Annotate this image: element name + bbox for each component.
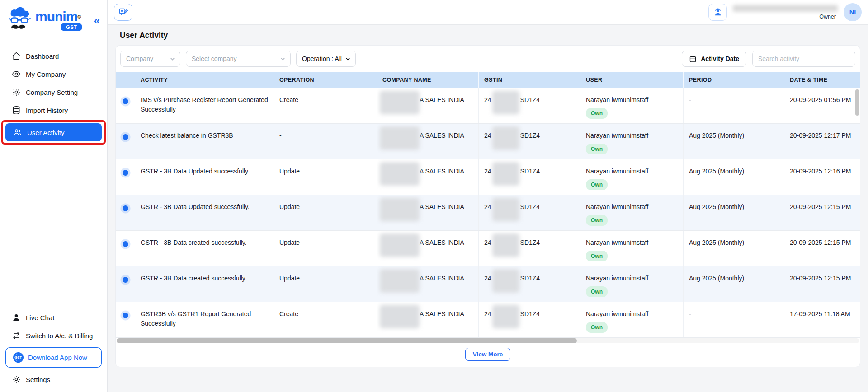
download-app-button[interactable]: GST Download App Now bbox=[5, 347, 102, 368]
app-window: munim® GST « Dashboard My Company Compan… bbox=[0, 0, 868, 392]
sidebar-item-import-history[interactable]: Import History bbox=[0, 101, 107, 119]
annotation-highlight-box: User Activity bbox=[1, 120, 106, 145]
activity-cell: Check latest balance in GSTR3B bbox=[135, 124, 274, 159]
row-dot-cell bbox=[116, 124, 135, 159]
table-body: IMS v/s Purchase Register Report Generat… bbox=[116, 88, 860, 338]
account-name-block: Owner bbox=[733, 5, 838, 20]
gstin-prefix-text: 24 bbox=[484, 167, 491, 176]
user-cell: Narayan iwmunimstaffOwn bbox=[580, 159, 683, 195]
sidebar-item-settings[interactable]: Settings bbox=[0, 370, 107, 388]
row-dot-cell bbox=[116, 231, 135, 266]
activity-cell: GSTR - 3B Data Updated successfully. bbox=[135, 159, 274, 195]
sidebar-item-user-activity[interactable]: User Activity bbox=[5, 123, 102, 141]
brand: munim® GST « bbox=[0, 5, 107, 33]
redacted-gstin-blur bbox=[492, 269, 519, 293]
horizontal-scrollbar-thumb[interactable] bbox=[117, 338, 577, 343]
gstin-suffix-text: SD1Z4 bbox=[520, 167, 540, 176]
datetime-cell: 20-09-2025 12:15 PM bbox=[784, 195, 860, 230]
column-header-activity: ACTIVITY bbox=[135, 72, 274, 88]
activity-cell: GSTR - 3B Data created successfully. bbox=[135, 266, 274, 302]
status-dot-icon bbox=[123, 241, 128, 247]
column-header-company-name: COMPANY NAME bbox=[377, 72, 478, 88]
user-cell: Narayan iwmunimstaffOwn bbox=[580, 266, 683, 302]
operation-cell: Update bbox=[274, 195, 377, 230]
company-cell: A SALES INDIA bbox=[377, 88, 478, 123]
horizontal-scrollbar[interactable] bbox=[117, 338, 859, 343]
company-name-text: A SALES INDIA bbox=[420, 167, 464, 176]
gstin-suffix-text: SD1Z4 bbox=[520, 131, 540, 140]
sidebar-item-label: Live Chat bbox=[26, 314, 54, 322]
user-activity-card: Company Select company Operation : All bbox=[115, 45, 860, 367]
table-row[interactable]: IMS v/s Purchase Register Report Generat… bbox=[116, 88, 860, 124]
gstin-prefix-text: 24 bbox=[484, 274, 491, 283]
operation-cell: Update bbox=[274, 231, 377, 266]
table-row[interactable]: GSTR - 3B Data Updated successfully.Upda… bbox=[116, 195, 860, 231]
sidebar-item-label: Company Setting bbox=[26, 89, 78, 96]
chevron-down-icon bbox=[170, 56, 175, 61]
period-cell: - bbox=[683, 88, 784, 123]
row-dot-cell bbox=[116, 302, 135, 337]
gear-icon bbox=[12, 375, 21, 384]
user-name-text: Narayan iwmunimstaff bbox=[586, 274, 678, 283]
gstin-cell: 24SD1Z4 bbox=[478, 124, 580, 159]
activity-date-label: Activity Date bbox=[701, 55, 739, 62]
row-dot-cell bbox=[116, 266, 135, 302]
operation-cell: Create bbox=[274, 302, 377, 337]
operation-cell: - bbox=[274, 124, 377, 159]
redacted-account-name bbox=[733, 5, 838, 12]
view-more-row: View More bbox=[116, 344, 860, 367]
user-cell: Narayan iwmunimstaffOwn bbox=[580, 88, 683, 123]
company-cell: A SALES INDIA bbox=[377, 159, 478, 195]
gstin-prefix-text: 24 bbox=[484, 238, 491, 247]
view-more-button[interactable]: View More bbox=[465, 348, 511, 361]
chevron-down-icon bbox=[345, 56, 350, 61]
sidebar-item-live-chat[interactable]: Live Chat bbox=[0, 308, 107, 327]
table-row[interactable]: GSTR - 3B Data Updated successfully.Upda… bbox=[116, 159, 860, 195]
database-icon bbox=[12, 106, 21, 115]
activity-date-button[interactable]: Activity Date bbox=[682, 51, 746, 67]
company-type-select[interactable]: Company bbox=[120, 51, 180, 67]
users-icon bbox=[13, 128, 22, 137]
gstin-cell: 24SD1Z4 bbox=[478, 195, 580, 230]
table-header: ACTIVITYOPERATIONCOMPANY NAMEGSTINUSERPE… bbox=[116, 72, 860, 88]
table-row[interactable]: GSTR - 3B Data created successfully.Upda… bbox=[116, 266, 860, 302]
row-dot-cell bbox=[116, 195, 135, 230]
column-header-user: USER bbox=[580, 72, 683, 88]
sidebar-collapse-icon[interactable]: « bbox=[94, 15, 100, 26]
redacted-gstin-blur bbox=[492, 126, 519, 150]
column-header-date-time: DATE & TIME bbox=[784, 72, 860, 88]
content-area: Company Select company Operation : All bbox=[108, 45, 868, 367]
company-cell: A SALES INDIA bbox=[377, 195, 478, 230]
gstin-suffix-text: SD1Z4 bbox=[520, 95, 540, 105]
table-row[interactable]: Check latest balance in GSTR3B-A SALES I… bbox=[116, 124, 860, 159]
gstin-prefix-text: 24 bbox=[484, 95, 491, 105]
support-button[interactable] bbox=[708, 4, 727, 21]
column-header-dot bbox=[116, 72, 135, 88]
search-activity-input[interactable] bbox=[752, 51, 855, 67]
datetime-cell: 20-09-2025 12:15 PM bbox=[784, 266, 860, 302]
user-name-text: Narayan iwmunimstaff bbox=[586, 202, 678, 212]
operation-filter[interactable]: Operation : All bbox=[296, 51, 356, 67]
avatar[interactable]: NI bbox=[844, 3, 862, 21]
ownership-badge: Own bbox=[586, 251, 608, 261]
vertical-scrollbar-thumb[interactable] bbox=[855, 89, 859, 116]
top-bar: Owner NI bbox=[108, 0, 868, 25]
table-row[interactable]: GSTR - 3B Data created successfully.Upda… bbox=[116, 231, 860, 266]
feedback-button[interactable] bbox=[114, 4, 132, 21]
user-cell: Narayan iwmunimstaffOwn bbox=[580, 124, 683, 159]
filter-bar-right: Activity Date bbox=[682, 51, 855, 67]
ownership-badge: Own bbox=[586, 322, 608, 333]
redacted-company-blur bbox=[380, 91, 420, 114]
sidebar-item-switch-billing[interactable]: Switch to A/c. & Billing bbox=[0, 327, 107, 345]
gstin-prefix-text: 24 bbox=[484, 131, 491, 140]
page-title: User Activity bbox=[120, 31, 868, 40]
filter-bar: Company Select company Operation : All bbox=[116, 46, 860, 72]
datetime-cell: 20-09-2025 12:17 PM bbox=[784, 124, 860, 159]
sidebar-item-my-company[interactable]: My Company bbox=[0, 65, 107, 83]
company-cell: A SALES INDIA bbox=[377, 266, 478, 302]
swap-arrows-icon bbox=[12, 331, 21, 340]
sidebar-item-dashboard[interactable]: Dashboard bbox=[0, 47, 107, 65]
table-row[interactable]: GSTR3B v/s GSTR1 Report Generated Succes… bbox=[116, 302, 860, 338]
select-company-select[interactable]: Select company bbox=[186, 51, 291, 67]
sidebar-item-company-setting[interactable]: Company Setting bbox=[0, 83, 107, 101]
